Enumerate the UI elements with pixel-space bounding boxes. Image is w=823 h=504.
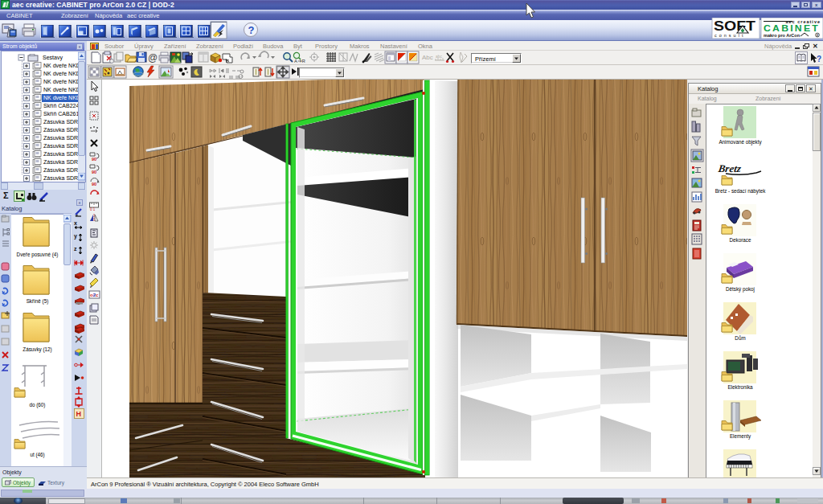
svg-text:Bretz: Bretz bbox=[717, 162, 743, 174]
svg-text:z: z bbox=[74, 246, 77, 252]
svg-text:?: ? bbox=[817, 55, 821, 64]
svg-text:Abc: Abc bbox=[422, 54, 433, 61]
svg-text:o2c: o2c bbox=[90, 293, 99, 297]
svg-text:y: y bbox=[74, 233, 77, 240]
svg-text:SOFT: SOFT bbox=[714, 18, 756, 34]
svg-text:abc: abc bbox=[436, 54, 443, 59]
svg-text:?: ? bbox=[248, 24, 255, 36]
svg-text:R: R bbox=[302, 59, 306, 64]
svg-text:A: A bbox=[294, 59, 297, 64]
svg-text:CABINET: CABINET bbox=[764, 23, 820, 33]
svg-text:90: 90 bbox=[92, 157, 96, 162]
svg-text:0 1: 0 1 bbox=[90, 207, 96, 211]
svg-text:90: 90 bbox=[92, 170, 96, 174]
svg-text:consult: consult bbox=[714, 33, 745, 38]
svg-text:90: 90 bbox=[92, 182, 96, 186]
svg-text:x: x bbox=[74, 220, 77, 226]
svg-text:H: H bbox=[76, 410, 82, 418]
svg-text:makro pro ArCon: makro pro ArCon bbox=[764, 33, 800, 38]
svg-text:@: @ bbox=[148, 52, 158, 64]
